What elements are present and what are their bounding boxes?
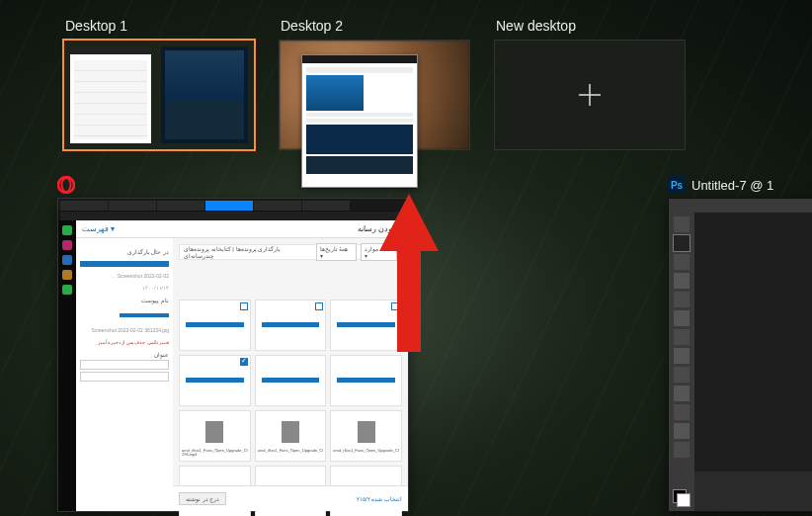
attachment-details-panel: در حال بارگذاری Screenshot 2022-02-02 … … [76, 238, 173, 511]
new-desktop[interactable]: New desktop [494, 18, 686, 150]
filter-tabs[interactable]: بارگذاری پرونده‌ها | کتابخانه پرونده‌های… [184, 245, 312, 259]
thumb-window [161, 46, 248, 143]
checkbox[interactable] [240, 358, 248, 366]
desktop-2-label: Desktop 2 [281, 18, 470, 34]
progress-bar [337, 378, 395, 383]
desktop-1-thumbnail[interactable] [63, 40, 255, 150]
insert-button[interactable]: درج در نوشته [179, 492, 226, 505]
field-label: عنوان [80, 351, 169, 358]
tool-icon[interactable] [674, 329, 690, 345]
ps-toolbar[interactable] [669, 213, 694, 511]
new-desktop-tile[interactable] [494, 40, 686, 150]
page-content: فهرست ▾ افزودن رسانه در حال بارگذاری Scr… [76, 220, 408, 511]
modal-header: فهرست ▾ افزودن رسانه [76, 220, 408, 238]
media-cell[interactable] [330, 300, 402, 351]
file-icon [282, 421, 299, 443]
desktop-1-label: Desktop 1 [65, 18, 255, 34]
tool-icon[interactable] [674, 235, 690, 251]
media-cell[interactable]: amd_r6xx1_Fans_Open_Upgrade_Character_Tr… [179, 410, 251, 462]
photoshop-window-thumb[interactable]: Ps Untitled-7 @ 1 [668, 176, 812, 512]
media-cell[interactable] [255, 300, 327, 351]
ps-menubar[interactable] [669, 199, 812, 213]
virtual-desktops-strip: Desktop 1 Desktop 2 New desktop [0, 0, 812, 150]
media-grid: بارگذاری پرونده‌ها | کتابخانه پرونده‌های… [173, 238, 408, 485]
tool-icon[interactable] [674, 442, 690, 458]
new-desktop-label: New desktop [496, 18, 686, 34]
desktop-1[interactable]: Desktop 1 [63, 18, 255, 150]
file-meta: Screenshot 2022-02-02 … [80, 273, 169, 279]
ps-canvas[interactable] [694, 213, 812, 472]
file-icon [205, 421, 223, 443]
back-link[interactable]: فهرست ▾ [82, 224, 115, 233]
thumb-image [306, 75, 364, 111]
media-cell[interactable] [179, 355, 251, 406]
open-windows-area: فهرست ▾ افزودن رسانه در حال بارگذاری Scr… [57, 176, 812, 516]
window-titlebar [302, 55, 417, 63]
tool-icon[interactable] [674, 423, 690, 439]
thumb-image [306, 125, 413, 154]
file-meta: ۱۴۰۰/۱۱/۱۳ [80, 285, 169, 291]
browser-tabs[interactable] [58, 199, 408, 211]
svg-point-3 [62, 178, 71, 192]
dragged-window-preview[interactable] [301, 54, 418, 188]
media-cell[interactable] [255, 355, 327, 406]
progress-bar [186, 378, 244, 383]
tool-icon[interactable] [674, 216, 690, 232]
opera-window-thumb[interactable]: فهرست ▾ افزودن رسانه در حال بارگذاری Scr… [57, 176, 409, 512]
checkbox[interactable] [391, 302, 399, 310]
progress-bar [337, 322, 395, 327]
browser-sidebar[interactable] [58, 220, 76, 511]
media-cell[interactable]: amd_r6xx1_Fans_Open_Upgrade_Character_Tr… [255, 410, 327, 462]
text-input[interactable] [80, 372, 169, 382]
field-label: در حال بارگذاری [80, 248, 169, 255]
tool-icon[interactable] [674, 292, 690, 307]
file-name: amd_r6xx1_Fans_Open_Upgrade_Character.mp… [333, 449, 399, 459]
tool-icon[interactable] [674, 404, 690, 420]
progress-bar [262, 378, 320, 383]
tool-icon[interactable] [674, 386, 690, 401]
type-filter-select[interactable]: همۀ موارد ▾ [361, 243, 397, 261]
file-meta: Screenshot 2022-02-02 381234.jpg [80, 327, 169, 333]
modal-title: افزودن رسانه [358, 224, 402, 233]
opera-icon [57, 176, 75, 194]
media-cell[interactable]: amd_r6xx1_Fans_Open_Upgrade_Character.mp… [330, 410, 402, 462]
progress-bar [186, 322, 244, 327]
selection-count[interactable]: ۲۱۵/۲ انتخاب شده [357, 495, 402, 502]
progress-bar [262, 322, 320, 327]
photoshop-window[interactable] [668, 198, 812, 512]
tool-icon[interactable] [674, 310, 690, 326]
delete-link[interactable]: تغییر دائمی حذف پس از ذخیره آمیز [80, 339, 169, 345]
opera-window[interactable]: فهرست ▾ افزودن رسانه در حال بارگذاری Scr… [57, 198, 409, 512]
tool-icon[interactable] [674, 367, 690, 383]
date-filter-select[interactable]: همۀ تاریخ‌ها ▾ [316, 243, 357, 261]
tool-icon[interactable] [674, 348, 690, 364]
media-filter-row: بارگذاری پرونده‌ها | کتابخانه پرونده‌های… [179, 244, 402, 260]
tool-icon[interactable] [674, 273, 690, 289]
title-input[interactable] [80, 360, 169, 370]
upload-progress [120, 313, 169, 317]
photoshop-icon: Ps [668, 176, 686, 194]
field-label: نام پیوست [80, 297, 169, 303]
file-icon [358, 421, 375, 443]
thumb-window [70, 46, 151, 143]
window-body [302, 63, 417, 178]
media-cell[interactable] [179, 300, 251, 351]
upload-progress [80, 261, 169, 267]
modal-footer: درج در نوشته ۲۱۵/۲ انتخاب شده [173, 485, 408, 511]
file-name: amd_r6xx1_Fans_Open_Upgrade_Character_Tr… [182, 449, 248, 459]
svg-point-2 [58, 177, 74, 193]
checkbox[interactable] [240, 302, 248, 310]
plus-icon [576, 81, 604, 109]
color-swatch[interactable] [673, 489, 690, 507]
file-name: amd_r6xx1_Fans_Open_Upgrade_Character_Tr… [258, 449, 324, 459]
photoshop-window-title: Untitled-7 @ 1 [691, 178, 773, 193]
checkbox[interactable] [315, 302, 323, 310]
tool-icon[interactable] [674, 254, 690, 270]
media-cell[interactable] [330, 355, 402, 406]
